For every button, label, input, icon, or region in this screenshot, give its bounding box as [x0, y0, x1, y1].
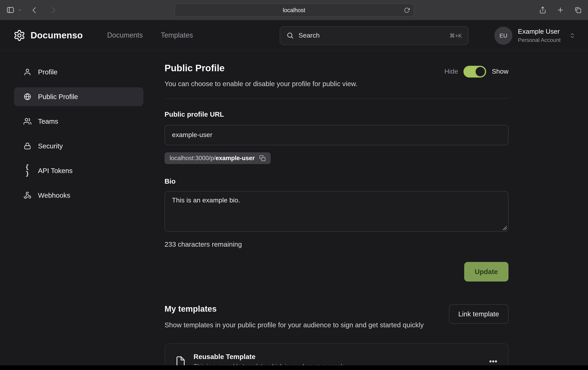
toggle-knob	[476, 67, 485, 76]
sidebar-item-label: Teams	[38, 117, 58, 125]
avatar: EU	[494, 26, 512, 44]
link-template-button[interactable]: Link template	[449, 304, 508, 324]
window-bottom-edge	[0, 365, 588, 370]
update-button[interactable]: Update	[464, 262, 508, 281]
brand[interactable]: Documenso	[13, 29, 83, 41]
characters-remaining: 233 characters remaining	[165, 240, 508, 249]
divider	[165, 98, 508, 99]
sidebar-item-security[interactable]: Security	[14, 137, 143, 155]
sidebar-item-label: Webhooks	[38, 191, 70, 199]
resize-grip-icon[interactable]	[503, 226, 507, 230]
chevrons-up-down-icon	[569, 32, 576, 39]
sidebar-item-api-tokens[interactable]: { } API Tokens	[14, 161, 143, 180]
public-profile-url-input[interactable]	[165, 125, 508, 145]
braces-icon: { }	[23, 164, 31, 177]
webhook-icon	[23, 191, 31, 199]
global-search[interactable]: ⌘+K	[280, 26, 469, 45]
tab-overview-icon[interactable]	[574, 6, 582, 14]
users-icon	[23, 117, 31, 125]
search-input[interactable]	[298, 31, 445, 39]
brand-name: Documenso	[31, 30, 83, 41]
globe-icon	[23, 93, 31, 101]
profile-url-prefix: localhost:3000/p/example-user	[170, 155, 255, 162]
page-subtitle: You can choose to enable or disable your…	[165, 80, 357, 88]
main-nav: Documents Templates	[107, 31, 193, 40]
lock-icon	[23, 142, 31, 150]
template-name: Reusable Template	[194, 353, 347, 361]
reload-icon[interactable]	[404, 7, 410, 13]
main-content: Public Profile You can choose to enable …	[165, 63, 508, 370]
sidebar-item-label: Public Profile	[38, 92, 78, 101]
sidebar-item-webhooks[interactable]: Webhooks	[14, 186, 143, 205]
sidebar-item-public-profile[interactable]: Public Profile	[14, 87, 143, 106]
account-name: Example User	[518, 28, 561, 36]
settings-sidebar: Profile Public Profile Teams Security { …	[14, 63, 143, 370]
nav-templates[interactable]: Templates	[161, 31, 193, 40]
chevron-down-icon[interactable]	[18, 8, 22, 12]
sidebar-item-label: API Tokens	[38, 167, 73, 175]
app-window: localhost Documenso Documents	[0, 0, 588, 370]
copy-icon[interactable]	[259, 155, 266, 161]
page-title: Public Profile	[165, 63, 357, 74]
browser-chrome: localhost	[0, 0, 588, 20]
account-menu[interactable]: EU Example User Personal Account	[494, 26, 576, 44]
url-field-label: Public profile URL	[165, 110, 508, 119]
new-tab-icon[interactable]	[557, 6, 564, 14]
more-horizontal-icon[interactable]	[489, 357, 498, 366]
user-icon	[23, 68, 31, 76]
sidebar-item-teams[interactable]: Teams	[14, 112, 143, 131]
nav-documents[interactable]: Documents	[107, 31, 143, 40]
account-type: Personal Account	[518, 37, 561, 43]
toggle-show-label: Show	[492, 68, 508, 76]
profile-url-preview[interactable]: localhost:3000/p/example-user	[165, 152, 271, 164]
sidebar-item-label: Profile	[38, 68, 57, 76]
profile-url-slug: example-user	[215, 155, 255, 161]
app-header: Documenso Documents Templates ⌘+K EU Exa…	[0, 20, 588, 51]
bio-textarea[interactable]: This is an example bio.	[165, 191, 508, 232]
documenso-logo-icon	[13, 29, 25, 41]
address-bar-url[interactable]: localhost	[283, 7, 305, 13]
sidebar-item-profile[interactable]: Profile	[14, 63, 143, 82]
toggle-hide-label: Hide	[444, 68, 458, 76]
address-bar[interactable]: localhost	[174, 3, 414, 17]
share-icon[interactable]	[539, 6, 546, 14]
sidebar-panel-icon[interactable]	[6, 6, 14, 14]
profile-visibility-toggle[interactable]	[464, 66, 486, 78]
search-shortcut: ⌘+K	[450, 32, 462, 39]
search-icon	[286, 32, 294, 39]
browser-back-icon[interactable]	[31, 6, 38, 14]
browser-forward-icon[interactable]	[49, 6, 57, 14]
templates-description: Show templates in your public profile fo…	[165, 320, 424, 330]
bio-field-label: Bio	[165, 177, 508, 185]
templates-title: My templates	[165, 304, 424, 314]
sidebar-item-label: Security	[38, 142, 63, 150]
